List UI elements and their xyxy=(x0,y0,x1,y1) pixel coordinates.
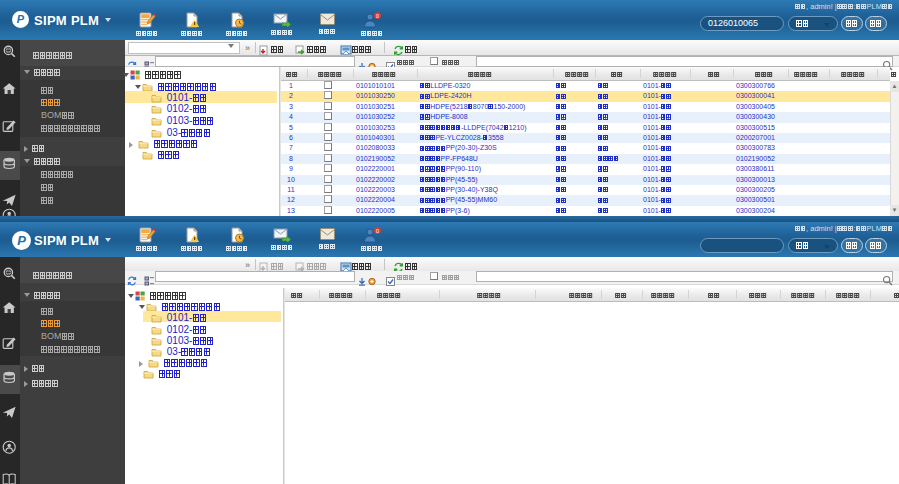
svg-text:0: 0 xyxy=(376,13,379,19)
svg-text:0: 0 xyxy=(376,228,379,234)
